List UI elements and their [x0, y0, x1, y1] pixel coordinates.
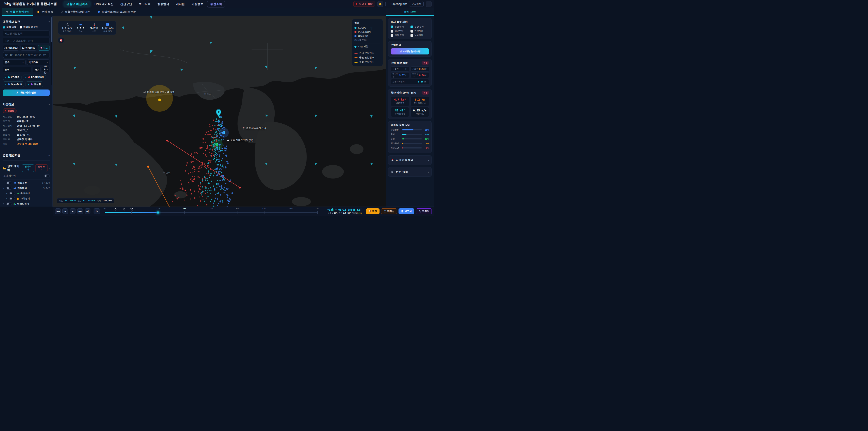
- model-toggle-앙상블[interactable]: ✓앙상블: [26, 81, 43, 87]
- map-label-farm: 국동 전복 양식장 (3h): [226, 139, 253, 142]
- locate-incident-button[interactable]: [58, 37, 64, 43]
- incident-section-title: 사고정보: [3, 102, 14, 106]
- tree-arrow-icon[interactable]: ▾: [3, 203, 5, 205]
- fast-forward-button[interactable]: ▶▶: [77, 208, 83, 214]
- layer-toggle[interactable]: [6, 182, 12, 184]
- master-layer-toggle[interactable]: [44, 175, 50, 177]
- radio-direct-input[interactable]: 직접 입력: [3, 26, 17, 29]
- 보고서-button[interactable]: 보고서: [399, 208, 414, 214]
- slider-thumb[interactable]: [156, 211, 159, 214]
- tile-label: 주 확산 방향: [392, 113, 408, 115]
- bar-label: 해안도달: [391, 147, 401, 149]
- nav-tab-HNS·대기확산[interactable]: HNS·대기확산: [92, 1, 116, 7]
- nav-tab-항공탐색[interactable]: 항공탐색: [154, 1, 172, 7]
- model-toggle-POSEIDON[interactable]: ✓POSEIDON: [23, 74, 46, 80]
- chevron-down-icon[interactable]: ▾: [49, 167, 50, 170]
- bar-fill: [402, 134, 406, 135]
- layer-toggle[interactable]: [9, 197, 15, 200]
- tree-arrow-icon[interactable]: ▾: [3, 187, 5, 189]
- fence-deploy-marker[interactable]: [114, 208, 117, 211]
- 역추적-button[interactable]: 역추적: [416, 208, 432, 214]
- current-time-display: +18h – 03/12 08:46 KST: [322, 208, 362, 211]
- display-check-날짜시간[interactable]: 날짜시간: [410, 34, 430, 37]
- incident-field: 유종BUNKER_C: [3, 129, 50, 132]
- menu-button[interactable]: [426, 1, 432, 7]
- sidebar-scrollbar[interactable]: [51, 17, 52, 85]
- layer-toggle[interactable]: [6, 202, 12, 205]
- subnav-오일펜스 배치 알고리즘 이론[interactable]: 오일펜스 배치 알고리즘 이론: [94, 8, 140, 16]
- incident-list-input[interactable]: [3, 38, 50, 43]
- amount-input[interactable]: [3, 67, 31, 72]
- skip-start-button[interactable]: |◀◀: [55, 208, 61, 214]
- tree-arrow-icon[interactable]: ▸: [6, 192, 8, 194]
- nav-tab-기상정보[interactable]: 기상정보: [188, 1, 206, 7]
- field-label: 위치: [3, 143, 17, 146]
- search-icon: [418, 210, 421, 213]
- longitude-input[interactable]: [20, 45, 37, 51]
- subnav-분석 목록[interactable]: 분석 목록: [33, 8, 57, 16]
- 재계산-button[interactable]: 재계산: [381, 208, 397, 214]
- layers-all-off-button[interactable]: 전체 끄기: [35, 164, 48, 172]
- legend-fence-중요 오일펜스: 중요 오일펜스: [354, 56, 380, 59]
- ship-spec-card[interactable]: 사고 선박 제원 ▸: [388, 155, 432, 165]
- layer-toggle[interactable]: [6, 187, 12, 190]
- run-prediction-button[interactable]: 확산예측 실행: [3, 90, 50, 96]
- field-label: 사고명: [3, 120, 17, 123]
- nav-tab-게시판[interactable]: 게시판: [173, 1, 188, 7]
- display-check-유향/유속[interactable]: ✓유향/유속: [391, 25, 410, 28]
- predict-input-section: 예측정보 입력 ▾ 직접 입력 이미지 업로드 지도: [3, 18, 50, 99]
- display-check-민감자원[interactable]: 민감자원: [410, 30, 430, 33]
- fish-icon: [226, 139, 229, 142]
- fence-deploy-marker[interactable]: [123, 208, 125, 211]
- plant-icon: [17, 192, 19, 195]
- layer-toggle[interactable]: [9, 192, 15, 195]
- skip-end-button[interactable]: ▶|: [85, 208, 90, 214]
- model-toggle-KOSPS[interactable]: ✓KOSPS: [3, 74, 22, 80]
- spill-type-select[interactable]: 연속▾: [3, 59, 26, 65]
- step-back-button[interactable]: ◀: [62, 208, 68, 214]
- forecast-tile-영향 면적: 4.7 km²영향 면적: [391, 96, 409, 106]
- incident-status-badge[interactable]: 사고 진행중: [353, 1, 375, 7]
- latitude-input[interactable]: [3, 45, 19, 51]
- subnav-유출유 확산분석[interactable]: 유출유 확산분석: [2, 8, 33, 16]
- fence-deploy-marker[interactable]: [131, 208, 133, 211]
- radio-image-upload[interactable]: 이미지 업로드: [20, 26, 38, 29]
- forecast-tile-주 확산 방향: NE 42°주 확산 방향: [391, 107, 409, 117]
- oil-type-select[interactable]: 벙커C유▾: [27, 59, 50, 65]
- check-icon: ✓: [5, 76, 7, 79]
- 저장-button[interactable]: 저장: [366, 208, 379, 214]
- polygon-analysis-button[interactable]: 다각형 분석수행: [391, 49, 429, 55]
- logout-button[interactable]: 로그아웃: [409, 1, 424, 7]
- unit-select[interactable]: kL▾: [33, 67, 41, 72]
- display-check-해안부착[interactable]: 해안부착: [391, 30, 410, 33]
- field-label: 유종: [3, 129, 17, 132]
- nav-tab-통합조회[interactable]: 통합조회: [207, 1, 225, 7]
- clipboard-icon: [37, 10, 40, 13]
- chevron-down-icon[interactable]: ▾: [49, 103, 50, 106]
- playback-speed-button[interactable]: 1×: [94, 208, 100, 214]
- subnav-유출유확산모델 이론[interactable]: 유출유확산모델 이론: [57, 8, 94, 16]
- chevron-down-icon[interactable]: ▾: [49, 21, 50, 23]
- place-label: 여수시: [204, 92, 212, 96]
- notification-button[interactable]: [377, 1, 383, 7]
- tree-arrow-icon[interactable]: ▸: [6, 197, 8, 200]
- nav-tab-보고자료[interactable]: 보고자료: [136, 1, 153, 7]
- nav-tab-유출유 확산예측[interactable]: 유출유 확산예측: [64, 1, 91, 7]
- model-toggle-OpenDrift[interactable]: ✓OpenDrift: [3, 81, 24, 87]
- chevron-right-icon[interactable]: ▸: [49, 154, 50, 157]
- incident-name-input[interactable]: [3, 31, 50, 36]
- summary-panel-header[interactable]: 분석 요약: [385, 8, 434, 16]
- nav-tab-긴급구난[interactable]: 긴급구난: [117, 1, 135, 7]
- time-slider[interactable]: 0h6h12h18h24h36h48h60h72h: [105, 208, 317, 215]
- display-check-시간 표시[interactable]: 시간 표시: [391, 34, 410, 37]
- pollution-analysis-card: 오염분석 다각형 분석수행: [388, 41, 432, 57]
- duration-select[interactable]: 48시간▾: [42, 67, 50, 72]
- map-canvas[interactable]: 9.2 m/s풍속 (SW)1.8 m파고9.2°C수온0.67 m/s해류 (…: [53, 16, 385, 207]
- checkbox-checked-icon: ✓: [391, 26, 393, 28]
- owner-insurance-card[interactable]: 선주 / 보험 ▸: [388, 167, 432, 177]
- layers-all-on-button[interactable]: 전체 켜기: [22, 164, 34, 172]
- play-button[interactable]: ▶: [70, 208, 75, 214]
- wetland-dot[interactable]: [158, 98, 161, 101]
- display-check-풍향/풍속[interactable]: ✓풍향/풍속: [410, 25, 430, 28]
- pick-on-map-button[interactable]: 지도: [38, 45, 50, 51]
